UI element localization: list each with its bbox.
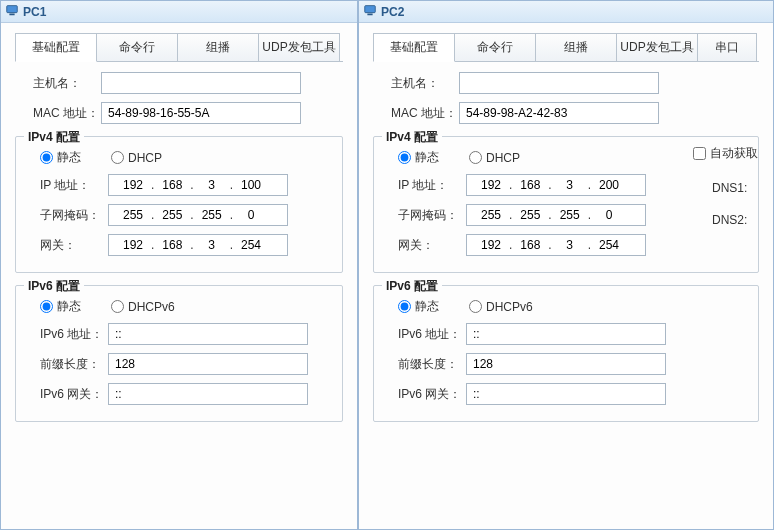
radio-static[interactable]: 静态 — [398, 149, 439, 166]
mac-input[interactable] — [101, 102, 301, 124]
tab-multicast[interactable]: 组播 — [535, 33, 617, 61]
ipv6-group: IPv6 配置 静态 DHCPv6 IPv6 地址： 前缀长度： IPv6 网关… — [15, 285, 343, 422]
window-title: PC2 — [381, 5, 404, 19]
tab-cli[interactable]: 命令行 — [96, 33, 178, 61]
tab-udp[interactable]: UDP发包工具 — [616, 33, 698, 61]
tab-basic[interactable]: 基础配置 — [373, 33, 455, 62]
window-pc2: PC2 基础配置 命令行 组播 UDP发包工具 串口 主机名： MAC 地址： … — [358, 0, 774, 530]
row-mask: 子网掩码： . . . — [398, 204, 752, 226]
row-mac: MAC 地址： — [33, 102, 343, 124]
radio-dhcpv6[interactable]: DHCPv6 — [469, 300, 533, 314]
ip-input[interactable]: . . . — [466, 174, 646, 196]
ipv4-title: IPv4 配置 — [382, 129, 442, 146]
svg-rect-2 — [365, 6, 376, 13]
prefix-label: 前缀长度： — [398, 356, 466, 373]
titlebar-pc1[interactable]: PC1 — [1, 1, 357, 23]
radio-static[interactable]: 静态 — [40, 149, 81, 166]
tabs-pc1: 基础配置 命令行 组播 UDP发包工具 — [15, 33, 343, 62]
pc-icon — [363, 3, 377, 20]
tab-serial[interactable]: 串口 — [697, 33, 757, 61]
pc-icon — [5, 3, 19, 20]
row-hostname: 主机名： — [391, 72, 759, 94]
gateway-input[interactable]: . . . — [108, 234, 288, 256]
radio-dhcp[interactable]: DHCP — [469, 151, 520, 165]
ipv6-title: IPv6 配置 — [382, 278, 442, 295]
ipv6addr-label: IPv6 地址： — [40, 326, 108, 343]
row-ip: IP 地址： . . . — [40, 174, 336, 196]
window-pc1: PC1 基础配置 命令行 组播 UDP发包工具 主机名： MAC 地址： IPv… — [0, 0, 358, 530]
ipv6gw-input[interactable] — [466, 383, 666, 405]
hostname-label: 主机名： — [391, 75, 459, 92]
check-autoget[interactable]: 自动获取 — [693, 145, 758, 162]
prefix-input[interactable] — [108, 353, 308, 375]
row-mac: MAC 地址： — [391, 102, 759, 124]
row-ipv6gw: IPv6 网关： — [398, 383, 752, 405]
ipv6-radios: 静态 DHCPv6 — [398, 298, 752, 315]
radio-dhcpv6[interactable]: DHCPv6 — [111, 300, 175, 314]
ipv4-group: IPv4 配置 静态 DHCP IP 地址： . . . 子网掩码： . . — [15, 136, 343, 273]
mask-input[interactable]: . . . — [108, 204, 288, 226]
row-prefix: 前缀长度： — [398, 353, 752, 375]
ipv6-title: IPv6 配置 — [24, 278, 84, 295]
body-pc1: 基础配置 命令行 组播 UDP发包工具 主机名： MAC 地址： IPv4 配置… — [1, 23, 357, 529]
row-ipv6gw: IPv6 网关： — [40, 383, 336, 405]
row-gateway: 网关： . . . — [398, 234, 752, 256]
svg-rect-1 — [9, 14, 14, 16]
ipv6addr-input[interactable] — [466, 323, 666, 345]
radio-dhcp[interactable]: DHCP — [111, 151, 162, 165]
gateway-label: 网关： — [40, 237, 108, 254]
dns1-label: DNS1: — [712, 181, 752, 195]
ipv4-title: IPv4 配置 — [24, 129, 84, 146]
ipv6gw-label: IPv6 网关： — [40, 386, 108, 403]
ipv6addr-input[interactable] — [108, 323, 308, 345]
tab-udp[interactable]: UDP发包工具 — [258, 33, 340, 61]
window-title: PC1 — [23, 5, 46, 19]
ipv4-group: IPv4 配置 静态 DHCP 自动获取 IP 地址： . . . DNS1: … — [373, 136, 759, 273]
ip-label: IP 地址： — [40, 177, 108, 194]
mac-label: MAC 地址： — [33, 105, 101, 122]
mask-label: 子网掩码： — [40, 207, 108, 224]
mac-input[interactable] — [459, 102, 659, 124]
row-gateway: 网关： . . . — [40, 234, 336, 256]
tab-cli[interactable]: 命令行 — [454, 33, 536, 61]
ipv6gw-label: IPv6 网关： — [398, 386, 466, 403]
tab-multicast[interactable]: 组播 — [177, 33, 259, 61]
svg-rect-0 — [7, 6, 18, 13]
hostname-input[interactable] — [101, 72, 301, 94]
body-pc2: 基础配置 命令行 组播 UDP发包工具 串口 主机名： MAC 地址： IPv4… — [359, 23, 773, 529]
ip-label: IP 地址： — [398, 177, 466, 194]
hostname-label: 主机名： — [33, 75, 101, 92]
row-ip: IP 地址： . . . — [398, 174, 752, 196]
tabs-pc2: 基础配置 命令行 组播 UDP发包工具 串口 — [373, 33, 759, 62]
row-hostname: 主机名： — [33, 72, 343, 94]
dns2-label: DNS2: — [712, 213, 752, 227]
hostname-input[interactable] — [459, 72, 659, 94]
ipv4-radios: 静态 DHCP — [40, 149, 336, 166]
ip-input[interactable]: . . . — [108, 174, 288, 196]
mac-label: MAC 地址： — [391, 105, 459, 122]
row-ipv6addr: IPv6 地址： — [40, 323, 336, 345]
ipv6-group: IPv6 配置 静态 DHCPv6 IPv6 地址： 前缀长度： IPv6 网关… — [373, 285, 759, 422]
ipv6gw-input[interactable] — [108, 383, 308, 405]
gateway-label: 网关： — [398, 237, 466, 254]
ipv6-radios: 静态 DHCPv6 — [40, 298, 336, 315]
row-prefix: 前缀长度： — [40, 353, 336, 375]
ipv6addr-label: IPv6 地址： — [398, 326, 466, 343]
row-mask: 子网掩码： . . . — [40, 204, 336, 226]
gateway-input[interactable]: . . . — [466, 234, 646, 256]
svg-rect-3 — [367, 14, 372, 16]
mask-input[interactable]: . . . — [466, 204, 646, 226]
row-ipv6addr: IPv6 地址： — [398, 323, 752, 345]
titlebar-pc2[interactable]: PC2 — [359, 1, 773, 23]
mask-label: 子网掩码： — [398, 207, 466, 224]
prefix-input[interactable] — [466, 353, 666, 375]
radio-static6[interactable]: 静态 — [40, 298, 81, 315]
tab-basic[interactable]: 基础配置 — [15, 33, 97, 62]
prefix-label: 前缀长度： — [40, 356, 108, 373]
radio-static6[interactable]: 静态 — [398, 298, 439, 315]
